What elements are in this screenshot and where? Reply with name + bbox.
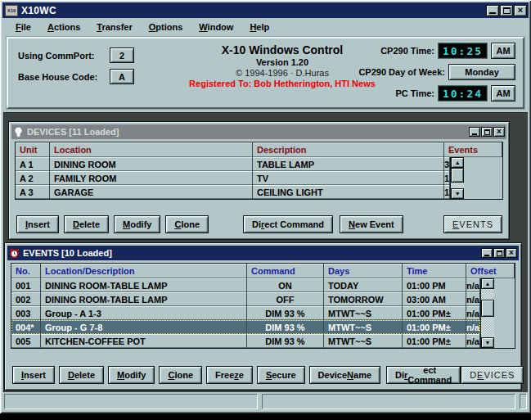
cell-command: DIM 93 % [247,334,324,348]
menu-transfer[interactable]: Transfer [88,20,140,34]
scroll-down-button[interactable]: ▼ [481,337,494,348]
cp290-day-label: CP290 Day of Week: [358,67,445,77]
events-window: EVENTS [10 Loaded] × No.Location/Descrip… [4,242,522,391]
events-nav-button[interactable]: EVENTS [443,215,502,233]
events-scrollbar[interactable]: ▲ ▼ [480,278,494,348]
insert-button[interactable]: Insert [12,366,55,384]
scrollbar-track[interactable] [481,317,494,337]
status-panel-right [262,394,515,409]
new-event-button[interactable]: New Event [340,215,403,233]
table-row[interactable]: 001DINING ROOM-TABLE LAMPONTODAY01:00 PM… [11,278,480,292]
house-code-button[interactable]: A [110,69,134,84]
cell-time: 03:00 AM [403,292,466,306]
table-row[interactable]: A 1DINING ROOMTABLE LAMP3 [16,157,450,171]
column-header-command: Command [247,264,324,278]
table-row[interactable]: 002DINING ROOM-TABLE LAMPOFFTOMORROW03:0… [11,292,480,306]
column-header-location-description: Location/Description [41,264,247,278]
events-maximize-button[interactable] [493,248,505,258]
title-bar[interactable]: X10 X10WC × [2,2,529,18]
cell-location: Group - G 7-8 [41,320,247,334]
cell-events: 1 [444,185,450,199]
clone-button[interactable]: Clone [159,366,202,384]
commport-row: Using CommPort: 2 [18,47,134,63]
devices-maximize-button[interactable] [481,127,493,137]
menu-help[interactable]: Help [241,20,277,34]
cell-events: 3 [444,157,450,171]
table-row[interactable]: A 2FAMILY ROOMTV1 [16,171,450,185]
devices-minimize-button[interactable] [469,127,480,137]
close-button[interactable]: × [514,5,527,16]
cell-days: TOMORROW [324,292,403,306]
app-window: X10 X10WC × FileActionsTransferOptionsWi… [0,0,531,413]
devices-close-button[interactable]: × [493,127,505,137]
commport-button[interactable]: 2 [110,47,134,63]
cell-offset: n/a [466,292,480,306]
devices-scrollbar[interactable]: ▲ ▼ [450,157,464,199]
cp290-day-button[interactable]: Monday [448,64,515,80]
table-row[interactable]: A 3GARAGECEILING LIGHT1 [16,185,450,199]
scrollbar-thumb[interactable] [481,300,494,317]
menu-window[interactable]: Window [191,20,241,34]
cell-days: MTWT~~S [324,334,403,348]
clone-button[interactable]: Clone [165,215,209,233]
column-header-time: Time [403,264,466,278]
cp290-meridiem-button[interactable]: AM [491,43,515,59]
scroll-up-button[interactable]: ▲ [451,157,464,168]
events-title-bar[interactable]: EVENTS [10 Loaded] × [7,246,519,260]
scroll-up-button[interactable]: ▲ [481,278,494,289]
minimize-icon [472,133,477,135]
cell-days: TODAY [324,278,403,292]
secure-button[interactable]: Secure [257,366,305,384]
cell-unit: A 1 [16,157,50,171]
devices-nav-button[interactable]: DEVICES [461,366,524,384]
minimize-button[interactable] [486,5,499,16]
pc-meridiem-button[interactable]: AM [491,85,515,102]
cell-command: DIM 93 % [247,320,324,334]
resize-grip[interactable] [520,394,527,409]
menu-actions[interactable]: Actions [39,20,88,34]
scrollbar-thumb[interactable] [451,168,464,183]
device-name-button[interactable]: Device Name [309,366,380,384]
events-window-title: EVENTS [10 Loaded] [23,248,112,258]
delete-button[interactable]: Delete [59,366,104,384]
cell-offset: n/a [466,278,480,292]
table-row[interactable]: 003Group - A 1-3DIM 93 %MTWT~~S01:00 PM±… [11,306,480,320]
commport-label: Using CommPort: [18,51,110,61]
maximize-button[interactable] [500,5,513,16]
cell-description: TV [253,171,444,185]
cell-unit: A 3 [16,185,50,199]
cell-description: CEILING LIGHT [253,185,444,199]
close-icon: × [497,128,502,136]
cell-location: FAMILY ROOM [50,171,253,185]
cell-location: Group - A 1-3 [41,306,247,320]
table-row[interactable]: 005KITCHEN-COFFEE POTDIM 93 %MTWT~~S01:0… [11,334,480,348]
scroll-down-button[interactable]: ▼ [451,188,464,199]
devices-title-bar[interactable]: DEVICES [11 Loaded] × [11,124,506,139]
insert-button[interactable]: Insert [16,215,59,233]
column-header-unit: Unit [16,142,50,157]
pc-time-display: 10:24 [438,85,488,102]
menu-file[interactable]: File [7,20,39,34]
freeze-button[interactable]: Freeze [206,366,253,384]
app-icon: X10 [5,5,18,16]
delete-button[interactable]: Delete [64,215,109,233]
cell-command: DIM 93 % [247,306,324,320]
events-minimize-button[interactable] [481,248,493,258]
cp290-time-row: CP290 Time: 10:25 AM [380,43,515,59]
events-close-button[interactable]: × [506,248,517,258]
mdi-area: DEVICES [11 Loaded] × UnitLocationDescri… [3,112,528,392]
modify-button[interactable]: Modify [114,215,160,233]
direct-command-button[interactable]: Direct Command [243,215,333,233]
direct-command-button[interactable]: Direct Command [386,366,461,384]
scrollbar-track[interactable] [481,289,494,300]
scrollbar-track[interactable] [451,183,464,188]
table-row[interactable]: 004*Group - G 7-8DIM 93 %MTWT~~S01:00 PM… [11,320,480,334]
devices-button-row: InsertDeleteModifyCloneDirect CommandNew… [16,215,502,233]
menu-options[interactable]: Options [141,20,191,34]
cell-no: 003 [11,306,41,320]
cell-offset: n/a [466,320,480,334]
cell-time: 01:00 PM± [403,306,466,320]
window-title: X10WC [21,5,56,16]
modify-button[interactable]: Modify [108,366,155,384]
cell-no: 004* [11,320,41,334]
